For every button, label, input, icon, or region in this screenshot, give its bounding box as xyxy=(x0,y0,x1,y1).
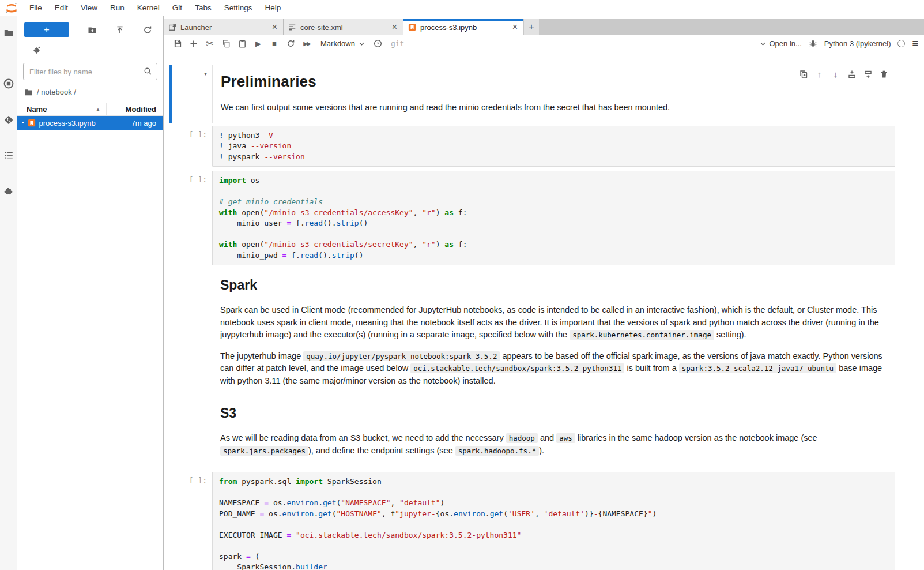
notebook-tab-icon xyxy=(408,23,416,31)
extensions-icon[interactable] xyxy=(0,182,17,200)
git-clone-icon[interactable] xyxy=(32,46,163,55)
sort-asc-icon: ▲ xyxy=(96,107,100,112)
copy-icon[interactable] xyxy=(218,36,234,52)
new-folder-icon[interactable] xyxy=(88,25,97,35)
tab-label: process-s3.ipynb xyxy=(420,23,507,32)
open-in-dropdown[interactable]: Open in... xyxy=(760,39,801,48)
menu-item-edit[interactable]: Edit xyxy=(48,0,74,16)
markdown-cell-spark: Spark Spark can be used in Client mode (… xyxy=(164,265,924,397)
markdown-cell-preliminaries: ▾ ↑ ↓ xyxy=(164,65,924,123)
move-down-icon[interactable]: ↓ xyxy=(830,69,841,80)
upload-icon[interactable] xyxy=(115,25,125,35)
menu-item-help[interactable]: Help xyxy=(258,0,287,16)
notebook-file-icon xyxy=(28,119,36,127)
delete-cell-icon[interactable] xyxy=(878,69,889,80)
markdown-cell-body[interactable]: Spark Spark can be used in Client mode (… xyxy=(212,265,895,397)
cell-collapser[interactable] xyxy=(164,171,172,265)
filter-files-input[interactable] xyxy=(23,63,157,80)
menu-item-settings[interactable]: Settings xyxy=(218,0,259,16)
search-icon xyxy=(144,67,152,76)
cell-toolbar: ↑ ↓ xyxy=(798,69,889,80)
menu-item-file[interactable]: File xyxy=(23,0,48,16)
activity-bar xyxy=(0,16,17,570)
code-cell-spark-session: [ ]: from pyspark.sql import SparkSessio… xyxy=(164,472,924,570)
tab-label: core-site.xml xyxy=(300,23,387,32)
code-editor[interactable]: from pyspark.sql import SparkSession NAM… xyxy=(212,472,895,570)
running-kernels-icon[interactable] xyxy=(0,75,17,92)
paste-icon[interactable] xyxy=(234,36,250,52)
menu-item-run[interactable]: Run xyxy=(104,0,131,16)
file-modified: 7m ago xyxy=(128,119,156,127)
cell-collapser[interactable] xyxy=(164,126,172,167)
tab-core-site-xml[interactable]: core-site.xml × xyxy=(284,19,403,35)
cell-type-value: Markdown xyxy=(320,39,355,48)
folder-icon xyxy=(24,88,33,96)
menu-item-git[interactable]: Git xyxy=(166,0,188,16)
file-browser-toolbar: + xyxy=(17,16,163,37)
md-paragraph: The jupyterhub image quay.io/jupyter/pys… xyxy=(220,350,887,388)
git-toolbar-label: git xyxy=(386,39,409,48)
md-paragraph: We can first output some versions that a… xyxy=(221,102,887,114)
cell-type-dropdown[interactable]: Markdown xyxy=(315,36,370,52)
code-editor[interactable]: ! python3 -V! java --version! pyspark --… xyxy=(212,126,895,167)
kernel-status-icon xyxy=(897,40,905,47)
history-clock-icon[interactable] xyxy=(370,36,386,52)
run-icon[interactable]: ▶ xyxy=(250,36,266,52)
duplicate-cell-icon[interactable] xyxy=(798,69,809,80)
column-name[interactable]: Name ▲ xyxy=(27,103,107,115)
cut-icon[interactable]: ✂ xyxy=(202,36,218,52)
markdown-cell-body[interactable]: S3 As we will be reading data from an S3… xyxy=(212,397,895,467)
collapse-heading-icon[interactable]: ▾ xyxy=(204,70,207,77)
menu-item-kernel[interactable]: Kernel xyxy=(131,0,166,16)
insert-below-icon[interactable] xyxy=(862,69,873,80)
insert-above-icon[interactable] xyxy=(846,69,857,80)
file-row[interactable]: • process-s3.ipynb 7m ago xyxy=(17,116,163,130)
restart-run-all-icon[interactable]: ▶▶ xyxy=(299,36,315,52)
markdown-cell-s3: S3 As we will be reading data from an S3… xyxy=(164,397,924,467)
close-icon[interactable]: × xyxy=(511,22,519,32)
sidebar-menu-icon[interactable]: ≡ xyxy=(912,38,918,50)
cell-collapser[interactable] xyxy=(164,397,172,467)
git-clone-row xyxy=(17,37,163,55)
close-icon[interactable]: × xyxy=(391,22,398,32)
menu-item-view[interactable]: View xyxy=(74,0,104,16)
breadcrumb-path: / notebook / xyxy=(37,88,76,96)
insert-cell-icon[interactable] xyxy=(186,36,202,52)
md-heading-preliminaries: Preliminaries xyxy=(221,73,887,91)
refresh-icon[interactable] xyxy=(143,25,152,35)
cell-collapser[interactable] xyxy=(164,472,172,570)
save-icon[interactable] xyxy=(169,36,186,52)
md-paragraph: Spark can be used in Client mode (recomm… xyxy=(220,304,887,342)
tab-label: Launcher xyxy=(180,23,267,32)
cell-prompt: [ ]: xyxy=(172,472,212,570)
code-editor[interactable]: import os # get minio credentialswith op… xyxy=(212,171,895,265)
menu-item-tabs[interactable]: Tabs xyxy=(188,0,218,16)
cell-prompt: [ ]: xyxy=(172,126,212,167)
file-name: process-s3.ipynb xyxy=(39,119,125,127)
tab-launcher[interactable]: Launcher × xyxy=(164,19,284,35)
restart-kernel-icon[interactable] xyxy=(282,36,299,52)
cell-collapser[interactable] xyxy=(164,265,172,397)
jupyter-logo-icon xyxy=(5,1,18,15)
new-tab-button[interactable]: + xyxy=(524,19,539,35)
markdown-cell-body[interactable]: ↑ ↓ Preliminaries We can first out xyxy=(212,65,895,123)
debugger-icon[interactable] xyxy=(809,39,817,48)
chevron-down-icon xyxy=(359,42,364,46)
new-launcher-button[interactable]: + xyxy=(24,22,69,37)
toc-icon[interactable] xyxy=(0,147,17,164)
file-list-header: Name ▲ Modified xyxy=(17,103,163,116)
column-modified[interactable]: Modified xyxy=(107,105,163,114)
md-heading-spark: Spark xyxy=(220,278,887,293)
active-cell-collapser[interactable] xyxy=(164,65,172,123)
code-cell-versions: [ ]: ! python3 -V! java --version! pyspa… xyxy=(164,126,924,167)
breadcrumb[interactable]: / notebook / xyxy=(17,80,163,103)
close-icon[interactable]: × xyxy=(271,22,278,32)
notebook-toolbar: ✂ ▶ ■ ▶▶ Markdown git xyxy=(164,35,924,52)
stop-icon[interactable]: ■ xyxy=(266,36,282,52)
tab-process-s3-ipynb[interactable]: process-s3.ipynb × xyxy=(403,19,523,35)
git-sidebar-icon[interactable] xyxy=(0,111,17,129)
md-paragraph: As we will be reading data from an S3 bu… xyxy=(220,432,887,457)
tab-bar: Launcher × core-site.xml × process-s3.ip… xyxy=(164,19,924,35)
kernel-name[interactable]: Python 3 (ipykernel) xyxy=(824,39,891,48)
file-browser-icon[interactable] xyxy=(0,24,17,42)
